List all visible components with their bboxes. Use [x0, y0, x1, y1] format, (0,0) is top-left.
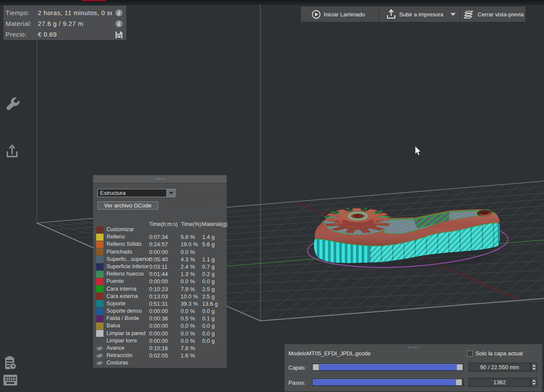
svg-text:i: i [118, 10, 120, 16]
svg-text:i: i [118, 21, 120, 27]
